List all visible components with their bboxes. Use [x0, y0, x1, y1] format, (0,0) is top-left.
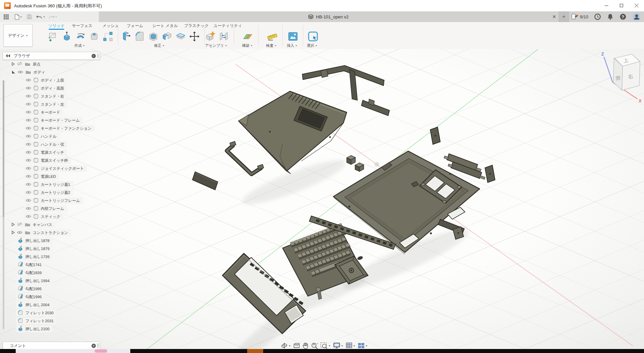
- part-power-switch-2[interactable]: [355, 163, 364, 171]
- app-grid-icon[interactable]: [2, 13, 10, 21]
- browser-body-8[interactable]: キーボード・フレーム: [24, 117, 83, 124]
- combine-icon[interactable]: [161, 30, 173, 43]
- newcomp-icon[interactable]: [204, 30, 216, 43]
- ribbon-tab-5[interactable]: シート メタル: [152, 22, 178, 29]
- zoom-icon[interactable]: [311, 342, 318, 349]
- browser-body-3[interactable]: ボディ・上面: [24, 77, 67, 84]
- maximize-button[interactable]: [614, 0, 629, 11]
- browser-scrollbar[interactable]: [3, 80, 4, 329]
- comment-grip[interactable]: [97, 343, 99, 348]
- browser-body-9[interactable]: キーボード・ファンクション: [24, 125, 95, 132]
- feature-item-11[interactable]: フィレット2031: [16, 318, 56, 324]
- browser-body-15[interactable]: 電源LED: [24, 173, 59, 180]
- visibility-eye-icon[interactable]: [26, 118, 31, 123]
- browser-grip[interactable]: [97, 53, 99, 58]
- browser-body-13[interactable]: 電源スイッチ枠: [24, 157, 71, 164]
- group-label-2[interactable]: 修正▼: [154, 43, 165, 48]
- browser-body-19[interactable]: 内部フレーム: [24, 205, 67, 212]
- part-cartridge-lid-2[interactable]: [485, 165, 495, 183]
- group-label-6[interactable]: 挿入▼: [287, 43, 298, 48]
- help-icon[interactable]: ?: [619, 13, 627, 20]
- visibility-eye-icon[interactable]: [26, 86, 31, 91]
- ribbon-tab-3[interactable]: メッシュ: [102, 22, 119, 29]
- visibility-eye-icon[interactable]: [17, 222, 22, 227]
- measure-icon[interactable]: [266, 30, 279, 43]
- orbit-icon[interactable]: ▼: [281, 342, 291, 349]
- fit-icon[interactable]: ▼: [320, 342, 331, 349]
- feature-item-6[interactable]: 押し出し1994: [16, 277, 52, 284]
- file-icon[interactable]: ▼: [13, 13, 24, 21]
- visibility-eye-icon[interactable]: [26, 199, 31, 203]
- part-handle-rail-2[interactable]: [361, 99, 389, 116]
- feature-item-9[interactable]: 押し出し2004: [16, 302, 52, 308]
- visibility-eye-icon[interactable]: [26, 126, 31, 131]
- part-power-led-strip[interactable]: [192, 172, 218, 190]
- look-at-icon[interactable]: [293, 343, 300, 349]
- new-tab-button[interactable]: +: [558, 11, 569, 22]
- sketch-icon[interactable]: [47, 30, 59, 43]
- browser-body-16[interactable]: カートリッジ蓋1: [24, 181, 73, 188]
- browser-body-11[interactable]: ハンドル・弦: [24, 141, 67, 148]
- browser-body-7[interactable]: キーボード: [24, 109, 63, 116]
- workspace-selector[interactable]: デザイン▼: [3, 24, 33, 47]
- group-label-3[interactable]: アセンブリ▼: [205, 43, 227, 48]
- group-label-7[interactable]: 選択▼: [307, 43, 318, 48]
- timeline-marker[interactable]: [95, 349, 107, 353]
- group-label-1[interactable]: 作成▼: [74, 43, 85, 48]
- pattern-icon[interactable]: [102, 30, 114, 43]
- visibility-eye-icon[interactable]: [26, 158, 31, 163]
- joint-icon[interactable]: [217, 30, 230, 43]
- notifications-icon[interactable]: [607, 13, 614, 20]
- browser-body-18[interactable]: カートリッジフレーム: [24, 197, 83, 204]
- insert-icon[interactable]: [287, 30, 299, 43]
- feature-item-10[interactable]: フィレット2030: [16, 310, 56, 316]
- timeline-track[interactable]: [16, 349, 130, 353]
- browser-panel-header[interactable]: ブラウザ −: [3, 52, 100, 60]
- collapse-arrow-icon[interactable]: [12, 231, 15, 235]
- browser-body-4[interactable]: ボディ・底面: [24, 85, 67, 92]
- presspull-icon[interactable]: [120, 30, 132, 43]
- browser-folder-1[interactable]: 原点: [10, 61, 43, 68]
- visibility-eye-icon[interactable]: [26, 150, 31, 155]
- offset-icon[interactable]: [174, 30, 187, 43]
- grid-settings-icon[interactable]: ▼: [346, 342, 355, 349]
- browser-folder-21[interactable]: キャンバス: [10, 221, 55, 228]
- visibility-eye-icon[interactable]: [26, 102, 31, 107]
- expand-arrow-icon[interactable]: [12, 70, 15, 75]
- collapse-arrow-icon[interactable]: [12, 223, 15, 227]
- browser-folder-2[interactable]: ボディ: [10, 69, 48, 76]
- visibility-eye-icon[interactable]: [26, 94, 31, 99]
- comment-add-icon[interactable]: +: [92, 344, 96, 348]
- group-label-4[interactable]: 構築▼: [242, 43, 253, 48]
- visibility-eye-icon[interactable]: [17, 62, 22, 67]
- close-button[interactable]: [629, 0, 644, 11]
- browser-body-5[interactable]: スタンド・右: [24, 93, 67, 100]
- feature-item-1[interactable]: 押し出し1878: [16, 237, 52, 244]
- move-icon[interactable]: [188, 30, 201, 43]
- select-icon[interactable]: [307, 30, 319, 43]
- clock-icon[interactable]: [594, 13, 601, 20]
- revolve-icon[interactable]: [74, 30, 87, 43]
- redo-icon[interactable]: ▼: [47, 13, 58, 21]
- browser-folder-22[interactable]: コンストラクション: [10, 229, 71, 236]
- visibility-eye-icon[interactable]: [26, 166, 31, 171]
- fillet-icon[interactable]: [133, 30, 146, 43]
- visibility-eye-icon[interactable]: [26, 215, 31, 219]
- visibility-eye-icon[interactable]: [17, 231, 22, 235]
- feature-item-7[interactable]: 勾配1995: [16, 285, 45, 292]
- document-tab[interactable]: HB-101_open v2: [303, 11, 353, 22]
- display-settings-icon[interactable]: ▼: [333, 342, 343, 349]
- tab-close-icon[interactable]: ✕: [550, 13, 558, 20]
- browser-collapse-icon[interactable]: −: [92, 54, 96, 58]
- editable-documents-badge[interactable]: 9/10: [571, 13, 588, 21]
- ribbon-tab-1[interactable]: ソリッド: [48, 22, 64, 29]
- timeline-strip[interactable]: [0, 349, 644, 353]
- avatar[interactable]: [633, 13, 640, 20]
- hole-icon[interactable]: [88, 30, 101, 43]
- viewports-icon[interactable]: ▼: [358, 343, 368, 349]
- view-cube[interactable]: Z X 上 前 右: [597, 49, 644, 105]
- group-label-5[interactable]: 検査▼: [266, 43, 277, 48]
- visibility-eye-icon[interactable]: [26, 110, 31, 115]
- viewport-canvas[interactable]: Z X 上 前 右 ブラウザ − 原点ボディボディ・上面ボディ・底面スタンド・右…: [0, 49, 644, 353]
- collapse-arrow-icon[interactable]: [12, 62, 15, 67]
